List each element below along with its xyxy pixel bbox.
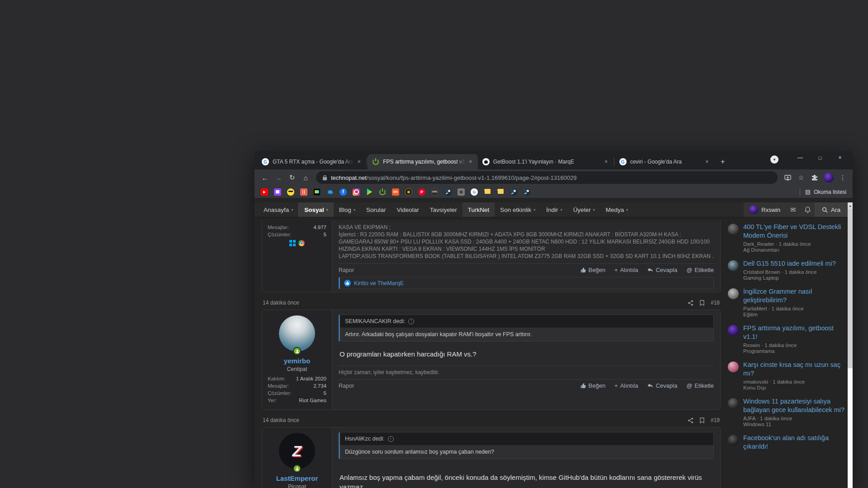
tab-fps-arttirma-active[interactable]: FPS arttırma yazılımı, getboost v1 × (368, 154, 477, 169)
tab-getboost-github[interactable]: GetBoost 1.1'i Yayınlayın · MarqE × (478, 154, 613, 169)
nav-tavsiyeler[interactable]: Tavsiyeler (425, 202, 462, 217)
steam-bookmark-icon[interactable] (510, 188, 517, 196)
folder-bookmark-icon[interactable] (497, 188, 504, 196)
topic-title-link[interactable]: Windows 11 pazartesiyi salıya bağlayan g… (743, 397, 845, 414)
topic-category[interactable]: Windows 11 (743, 422, 845, 427)
youtube-bookmark-icon[interactable] (261, 188, 268, 196)
avatar[interactable] (279, 315, 315, 352)
like-button[interactable]: Beğen (580, 267, 606, 273)
report-link[interactable]: Rapor (339, 267, 354, 273)
post-number[interactable]: #19 (711, 417, 720, 423)
instagram-bookmark-icon[interactable] (353, 188, 360, 196)
nav-son-etkinlik[interactable]: Son etkinlik▾ (495, 202, 541, 217)
report-link[interactable]: Rapor (339, 383, 354, 389)
pinterest-bookmark-icon[interactable] (418, 188, 425, 196)
avatar[interactable] (728, 224, 739, 235)
user-menu[interactable]: Rxswin (744, 202, 786, 217)
twitch-bookmark-icon[interactable] (274, 188, 281, 196)
avatar[interactable] (728, 325, 739, 336)
avatar[interactable] (728, 361, 739, 372)
avatar[interactable] (728, 435, 739, 446)
home-button[interactable]: ⌂ (300, 172, 311, 183)
post-timestamp[interactable]: 14 dakika önce (263, 300, 299, 306)
alerts-bell-icon[interactable] (800, 202, 815, 217)
quote-header[interactable]: HsnAliKzc dedi: ↑ (340, 432, 713, 445)
tab-close-icon[interactable]: × (355, 158, 363, 165)
retro-tv-bookmark-icon[interactable] (313, 188, 321, 196)
reactions-bar[interactable]: Kiritto ve TheMarqE (339, 277, 714, 289)
tab-close-icon[interactable]: × (467, 158, 474, 165)
reaction-users[interactable]: Kiritto ve TheMarqE (354, 280, 404, 286)
film-strip-bookmark-icon[interactable] (300, 188, 307, 196)
reply-button[interactable]: Cevapla (647, 382, 677, 389)
facebook-bookmark-icon[interactable] (340, 188, 347, 196)
epic-games-bookmark-icon[interactable] (431, 188, 439, 196)
nav-uyeler[interactable]: Üyeler▾ (568, 202, 600, 217)
twitter-bookmark-icon[interactable] (326, 188, 334, 196)
nav-turknet[interactable]: TurkNet (462, 202, 495, 217)
gold-emblem-bookmark-icon[interactable] (405, 188, 412, 196)
nav-anasayfa[interactable]: Anasayfa▾ (258, 202, 298, 217)
reload-button[interactable]: ↻ (286, 172, 298, 183)
quote-button[interactable]: + Alıntıla (614, 382, 638, 389)
nav-medya[interactable]: Medya▾ (600, 202, 634, 217)
topic-category[interactable]: Eğitim (743, 312, 845, 317)
donanimhaber-bookmark-icon[interactable] (392, 188, 399, 196)
nav-blog[interactable]: Blog▾ (334, 202, 361, 217)
post-timestamp[interactable]: 14 dakika önce (263, 417, 299, 423)
avatar[interactable] (728, 288, 739, 299)
quote-header[interactable]: SEMIKAANCAKIR dedi: ↑ (340, 315, 713, 328)
messages-envelope-icon[interactable]: ✉ (786, 202, 800, 217)
roblox-bookmark-icon[interactable] (458, 188, 465, 196)
tab-gta5[interactable]: G GTA 5 RTX açma - Google'da Ara × (257, 154, 366, 169)
bookmark-icon[interactable] (700, 418, 704, 423)
share-icon[interactable] (688, 418, 693, 423)
share-icon[interactable] (688, 300, 693, 306)
folder-bookmark-icon[interactable] (484, 188, 491, 196)
bookmark-star-icon[interactable]: ☆ (797, 173, 806, 182)
google-bookmark-icon[interactable] (471, 188, 478, 196)
tab-ceviri[interactable]: G ceviri - Google'da Ara × (615, 154, 714, 169)
avatar[interactable] (728, 260, 739, 271)
scrollbar-up-arrow[interactable]: ▲ (848, 202, 853, 209)
back-button[interactable]: ← (259, 172, 271, 183)
expand-quote-icon[interactable]: ↑ (408, 319, 414, 324)
nav-sorular[interactable]: Sorular (361, 202, 392, 217)
maximize-button[interactable]: □ (810, 151, 830, 164)
technopat-bookmark-icon[interactable] (379, 188, 386, 196)
browser-profile-avatar[interactable] (824, 173, 834, 183)
nav-indir[interactable]: İndir▾ (541, 202, 567, 217)
username-link[interactable]: yemirbo (268, 357, 326, 365)
steam-bookmark-icon[interactable] (444, 188, 452, 196)
minimize-button[interactable]: — (790, 151, 810, 164)
tab-search-icon[interactable]: ▾ (770, 155, 778, 164)
topic-title-link[interactable]: Facebook'un alan adı satılığa çıkarıldı! (743, 434, 845, 451)
menu-dots-icon[interactable]: ⋮ (838, 173, 847, 182)
tag-button[interactable]: @ Etiketle (686, 382, 714, 389)
install-icon[interactable] (783, 173, 792, 182)
google-play-bookmark-icon[interactable] (366, 188, 373, 196)
tab-close-icon[interactable]: × (703, 158, 711, 165)
topic-category[interactable]: Gaming Laptop (743, 275, 836, 281)
tab-close-icon[interactable]: × (603, 158, 610, 165)
new-tab-button[interactable]: + (717, 156, 729, 168)
forward-button[interactable]: → (273, 172, 284, 183)
topic-category[interactable]: Programlama (743, 348, 845, 354)
emoji-smiley-bookmark-icon[interactable] (287, 188, 294, 196)
like-button[interactable]: Beğen (580, 382, 606, 389)
bookmark-icon[interactable] (700, 300, 704, 306)
avatar[interactable]: Z (279, 433, 315, 469)
post-number[interactable]: #18 (711, 300, 720, 306)
username-link[interactable]: LastEmperor (268, 474, 326, 482)
avatar[interactable] (728, 398, 739, 409)
reading-list-button[interactable]: ▤ Okuma listesi (800, 188, 846, 196)
extensions-puzzle-icon[interactable] (810, 173, 819, 182)
address-bar[interactable]: technopat.net/sosyal/konu/fps-arttirma-y… (316, 171, 778, 184)
search-button[interactable]: Ara (815, 202, 848, 217)
steam-bookmark-icon[interactable] (523, 188, 530, 196)
expand-quote-icon[interactable]: ↑ (388, 436, 394, 442)
reply-button[interactable]: Cevapla (647, 267, 677, 273)
quote-button[interactable]: + Alıntıla (614, 267, 638, 273)
nav-videolar[interactable]: Videolar (391, 202, 424, 217)
tag-button[interactable]: @ Etiketle (686, 267, 714, 273)
